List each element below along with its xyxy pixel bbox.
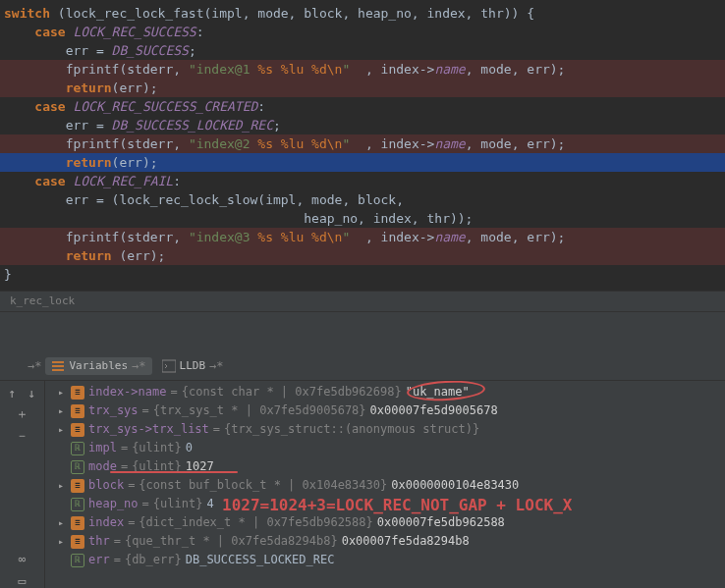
svg-rect-3 [162, 360, 176, 372]
code-line: } [0, 265, 725, 284]
code-line-current: return(err); [0, 153, 725, 172]
pin-icon: →︎* [209, 359, 223, 373]
remove-watch-icon[interactable]: － [15, 428, 30, 444]
pin-icon: →︎* [132, 359, 145, 373]
debugger-panel: →︎* Variables →︎* LLDB →︎* _rkey_ na_rke… [0, 312, 725, 588]
variable-row[interactable]: ℝ err = {db_err} DB_SUCCESS_LOCKED_REC [45, 551, 725, 569]
object-icon: ≡ [71, 516, 84, 530]
equals-sign: = [121, 439, 128, 457]
debugger-gutter: ↑ ↓ ＋ － ∞ ▭ [0, 381, 45, 588]
variable-type: {const char * | 0x7fe5db962698} [182, 383, 402, 401]
variable-type: {dict_index_t * | 0x7fe5db962588} [139, 513, 372, 532]
object-icon: ≡ [71, 423, 84, 437]
variable-value: DB_SUCCESS_LOCKED_REC [186, 551, 335, 569]
lldb-tab[interactable]: LLDB →︎* [156, 357, 230, 375]
code-line: switch (lock_rec_lock_fast(impl, mode, b… [0, 4, 725, 23]
code-line: err = DB_SUCCESS_LOCKED_REC; [0, 116, 725, 134]
disclosure-triangle-icon[interactable]: ▸ [55, 536, 67, 548]
debugger-body: _rkey_ na_rke handle ned int ↑ ↓ ＋ － ∞ ▭… [0, 381, 725, 588]
variable-name: trx_sys->trx_list [88, 420, 209, 439]
code-line: case LOCK_REC_SUCCESS: [0, 23, 725, 41]
equals-sign: = [121, 457, 128, 476]
disclosure-spacer [55, 461, 67, 473]
object-icon: ≡ [71, 535, 84, 549]
pin-icon[interactable]: →︎* [28, 359, 41, 373]
equals-sign: = [142, 495, 149, 513]
disclosure-triangle-icon[interactable]: ▸ [55, 480, 67, 492]
variable-value: 0 [186, 439, 193, 457]
collapse-up-icon[interactable]: ↑ [5, 385, 21, 401]
equals-sign: = [142, 401, 149, 420]
code-line: case LOCK_REC_FAIL: [0, 172, 725, 190]
disclosure-triangle-icon[interactable]: ▸ [55, 405, 67, 417]
collapse-down-icon[interactable]: ↓ [25, 385, 40, 401]
variable-row[interactable]: ℝ mode = {ulint} 1027 [45, 457, 725, 476]
disclosure-triangle-icon[interactable]: ▸ [55, 424, 67, 436]
variable-name: impl [88, 439, 117, 457]
variable-row[interactable]: ▸≡ index->name = {const char * | 0x7fe5d… [45, 383, 725, 401]
breadcrumb[interactable]: k_rec_lock [0, 291, 725, 312]
variable-value: 0x0000000104e83430 [391, 476, 519, 495]
disclosure-spacer [55, 443, 67, 454]
variable-name: heap_no [88, 495, 139, 513]
variable-value: 4 [206, 495, 213, 513]
variable-type: {que_thr_t * | 0x7fe5da8294b8} [125, 532, 338, 551]
code-line: fprintf(stderr, "index@3 %s %lu %d\n" , … [0, 228, 725, 246]
variable-name: thr [88, 532, 110, 551]
variable-name: mode [88, 457, 117, 476]
equals-sign: = [170, 383, 177, 401]
variable-value: 1027 [186, 457, 214, 476]
equals-sign: = [128, 476, 135, 495]
code-line: err = DB_SUCCESS; [0, 41, 725, 60]
variables-tab[interactable]: Variables →︎* [45, 357, 151, 375]
variable-type: {const buf_block_t * | 0x104e83430} [139, 476, 387, 495]
variable-row[interactable]: ▸≡ thr = {que_thr_t * | 0x7fe5da8294b8} … [45, 532, 725, 551]
code-line: fprintf(stderr, "index@1 %s %lu %d\n" , … [0, 60, 725, 79]
variable-value: 0x00007fe5db962588 [377, 513, 505, 532]
equals-sign: = [213, 420, 220, 439]
lldb-tab-label: LLDB [180, 359, 206, 372]
variable-row[interactable]: ▸≡ trx_sys->trx_list = {trx_sys_struct::… [45, 420, 725, 439]
code-line: return(err); [0, 79, 725, 97]
add-watch-icon[interactable]: ＋ [15, 406, 30, 422]
variable-type: {trx_sys_t * | 0x7fe5d9005678} [153, 401, 366, 420]
variable-name: err [88, 551, 110, 569]
variable-name: trx_sys [88, 401, 139, 420]
svg-rect-2 [52, 369, 64, 371]
code-line: return (err); [0, 246, 725, 265]
code-line: err = (lock_rec_lock_slow(impl, mode, bl… [0, 190, 725, 209]
variables-tree[interactable]: ▸≡ index->name = {const char * | 0x7fe5d… [45, 381, 725, 588]
code-line: case LOCK_REC_SUCCESS_CREATED: [0, 97, 725, 116]
variable-row[interactable]: ℝ heap_no = {ulint} 4 [45, 495, 725, 513]
primitive-icon: ℝ [71, 442, 84, 455]
disclosure-spacer [55, 499, 67, 510]
variable-name: index->name [88, 383, 166, 401]
layout-icon[interactable]: ▭ [15, 572, 30, 588]
primitive-icon: ℝ [71, 554, 84, 567]
variables-tab-label: Variables [69, 359, 128, 372]
variable-type: {trx_sys_struct::(anonymous struct)} [224, 420, 479, 439]
debugger-toolbar: →︎* Variables →︎* LLDB →︎* [0, 351, 725, 381]
variable-type: {ulint} [132, 457, 182, 476]
variable-row[interactable]: ▸≡ block = {const buf_block_t * | 0x104e… [45, 476, 725, 495]
variable-row[interactable]: ▸≡ trx_sys = {trx_sys_t * | 0x7fe5d90056… [45, 401, 725, 420]
variable-name: block [88, 476, 124, 495]
console-icon [162, 359, 176, 373]
variable-value: 0x00007fe5da8294b8 [342, 532, 470, 551]
variable-type: {ulint} [153, 495, 203, 513]
infinity-icon[interactable]: ∞ [15, 551, 30, 566]
disclosure-triangle-icon[interactable]: ▸ [55, 517, 67, 529]
primitive-icon: ℝ [71, 460, 84, 474]
primitive-icon: ℝ [71, 498, 84, 511]
object-icon: ≡ [71, 404, 84, 418]
disclosure-triangle-icon[interactable]: ▸ [55, 387, 67, 399]
variable-value: "uk_name" [406, 383, 470, 401]
code-editor[interactable]: switch (lock_rec_lock_fast(impl, mode, b… [0, 0, 725, 291]
svg-rect-0 [52, 361, 64, 363]
variable-row[interactable]: ℝ impl = {ulint} 0 [45, 439, 725, 457]
equals-sign: = [128, 513, 135, 532]
equals-sign: = [114, 532, 121, 551]
variable-name: index [88, 513, 124, 532]
variable-row[interactable]: ▸≡ index = {dict_index_t * | 0x7fe5db962… [45, 513, 725, 532]
breadcrumb-item[interactable]: k_rec_lock [10, 294, 75, 307]
